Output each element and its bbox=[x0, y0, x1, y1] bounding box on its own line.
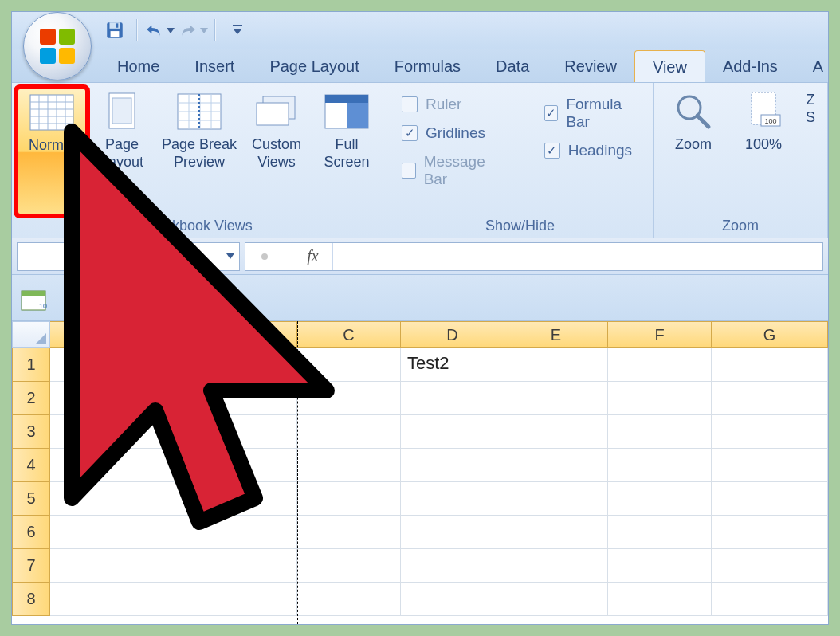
gridlines-checkbox[interactable]: ✓Gridlines bbox=[402, 124, 501, 142]
cell[interactable] bbox=[608, 348, 712, 382]
cell[interactable] bbox=[50, 415, 297, 449]
cell[interactable] bbox=[50, 482, 297, 516]
cell[interactable] bbox=[712, 516, 828, 549]
cell[interactable] bbox=[401, 549, 504, 583]
cell[interactable] bbox=[712, 449, 828, 482]
qat-customize-button[interactable] bbox=[222, 17, 253, 44]
zoom-selection-button[interactable]: Z S bbox=[799, 88, 822, 215]
cell[interactable] bbox=[401, 516, 504, 549]
cell[interactable] bbox=[504, 348, 608, 382]
row-header-5[interactable]: 5 bbox=[12, 482, 50, 516]
cell[interactable] bbox=[297, 516, 401, 549]
tab-view[interactable]: View bbox=[634, 50, 705, 83]
svg-rect-36 bbox=[22, 291, 45, 296]
page-break-preview-button[interactable]: Page Break Preview bbox=[157, 88, 241, 215]
cell[interactable] bbox=[504, 415, 608, 449]
cell[interactable] bbox=[297, 382, 401, 415]
cell[interactable] bbox=[50, 382, 297, 415]
tab-formulas[interactable]: Formulas bbox=[377, 50, 478, 82]
cell[interactable] bbox=[504, 549, 608, 583]
cell[interactable] bbox=[297, 583, 401, 616]
workbook-icon[interactable]: 10 bbox=[20, 288, 47, 312]
cell[interactable] bbox=[608, 549, 712, 583]
tab-addins[interactable]: Add-Ins bbox=[705, 50, 795, 82]
formula-input[interactable] bbox=[333, 243, 822, 270]
row-header-6[interactable]: 6 bbox=[12, 516, 50, 549]
message-bar-checkbox[interactable]: Message Bar bbox=[402, 153, 501, 188]
cell[interactable] bbox=[50, 449, 297, 482]
row-header-2[interactable]: 2 bbox=[12, 382, 50, 415]
zoom-100-button[interactable]: 100 100% bbox=[728, 88, 799, 215]
cell[interactable] bbox=[504, 482, 608, 516]
row-header-4[interactable]: 4 bbox=[12, 449, 50, 482]
cell[interactable] bbox=[401, 382, 504, 415]
cell[interactable] bbox=[504, 449, 608, 482]
cell[interactable] bbox=[608, 449, 712, 482]
cell[interactable] bbox=[504, 583, 608, 616]
cell[interactable] bbox=[401, 583, 504, 616]
cell[interactable] bbox=[712, 583, 828, 616]
cell[interactable] bbox=[504, 382, 608, 415]
cell-d1[interactable]: Test2 bbox=[401, 348, 504, 382]
chevron-down-icon bbox=[200, 28, 208, 33]
custom-views-button[interactable]: Custom Views bbox=[241, 88, 312, 215]
row-header-7[interactable]: 7 bbox=[12, 549, 50, 583]
cell[interactable] bbox=[297, 549, 401, 583]
tab-more[interactable]: A bbox=[795, 50, 826, 82]
redo-button[interactable] bbox=[178, 17, 208, 44]
column-header-g[interactable]: G bbox=[712, 321, 828, 348]
row-header-3[interactable]: 3 bbox=[12, 415, 50, 449]
page-layout-view-button[interactable]: Page Layout bbox=[87, 88, 157, 215]
column-header-c[interactable]: C bbox=[297, 321, 401, 348]
row-header-1[interactable]: 1 bbox=[12, 348, 50, 382]
column-header-f[interactable]: F bbox=[608, 321, 712, 348]
cell[interactable] bbox=[401, 482, 504, 516]
cell[interactable] bbox=[712, 348, 828, 382]
svg-rect-3 bbox=[116, 23, 118, 27]
save-button[interactable] bbox=[100, 17, 130, 44]
cell[interactable] bbox=[712, 382, 828, 415]
tab-data[interactable]: Data bbox=[478, 50, 547, 82]
cell[interactable] bbox=[504, 516, 608, 549]
cell[interactable] bbox=[401, 415, 504, 449]
column-header[interactable] bbox=[50, 321, 297, 348]
cell[interactable] bbox=[297, 348, 401, 382]
cell[interactable] bbox=[608, 415, 712, 449]
ruler-checkbox[interactable]: Ruler bbox=[402, 96, 501, 113]
tab-home[interactable]: Home bbox=[100, 50, 177, 82]
name-box[interactable] bbox=[17, 242, 240, 271]
cell[interactable] bbox=[297, 449, 401, 482]
cell[interactable] bbox=[608, 516, 712, 549]
cell[interactable] bbox=[712, 549, 828, 583]
svg-rect-4 bbox=[233, 25, 242, 26]
cell[interactable] bbox=[297, 415, 401, 449]
cell[interactable] bbox=[401, 449, 504, 482]
cell[interactable] bbox=[608, 382, 712, 415]
gridlines-label: Gridlines bbox=[426, 124, 485, 142]
tab-page-layout[interactable]: Page Layout bbox=[252, 50, 376, 82]
cell[interactable] bbox=[50, 549, 297, 583]
cell[interactable] bbox=[608, 583, 712, 616]
formula-bar-checkbox[interactable]: ✓Formula Bar bbox=[544, 96, 638, 131]
cell[interactable] bbox=[50, 516, 297, 549]
tab-insert[interactable]: Insert bbox=[177, 50, 252, 82]
normal-view-button[interactable]: Normal bbox=[17, 88, 87, 215]
tab-review[interactable]: Review bbox=[547, 50, 634, 82]
row-header-8[interactable]: 8 bbox=[12, 583, 50, 616]
svg-text:100: 100 bbox=[764, 117, 776, 125]
cell[interactable] bbox=[297, 482, 401, 516]
zoom-button[interactable]: Zoom bbox=[658, 88, 728, 215]
undo-button[interactable] bbox=[144, 17, 175, 44]
select-all-corner[interactable] bbox=[12, 321, 50, 348]
full-screen-button[interactable]: Full Screen bbox=[312, 88, 382, 215]
cell[interactable] bbox=[712, 415, 828, 449]
cell[interactable] bbox=[712, 482, 828, 516]
cell[interactable] bbox=[50, 583, 297, 616]
column-header-d[interactable]: D bbox=[401, 321, 504, 348]
headings-checkbox[interactable]: ✓Headings bbox=[544, 142, 638, 159]
cell[interactable] bbox=[608, 482, 712, 516]
cell[interactable] bbox=[50, 348, 297, 382]
insert-function-button[interactable]: fx bbox=[245, 243, 333, 270]
office-button[interactable] bbox=[23, 12, 92, 80]
column-header-e[interactable]: E bbox=[504, 321, 608, 348]
